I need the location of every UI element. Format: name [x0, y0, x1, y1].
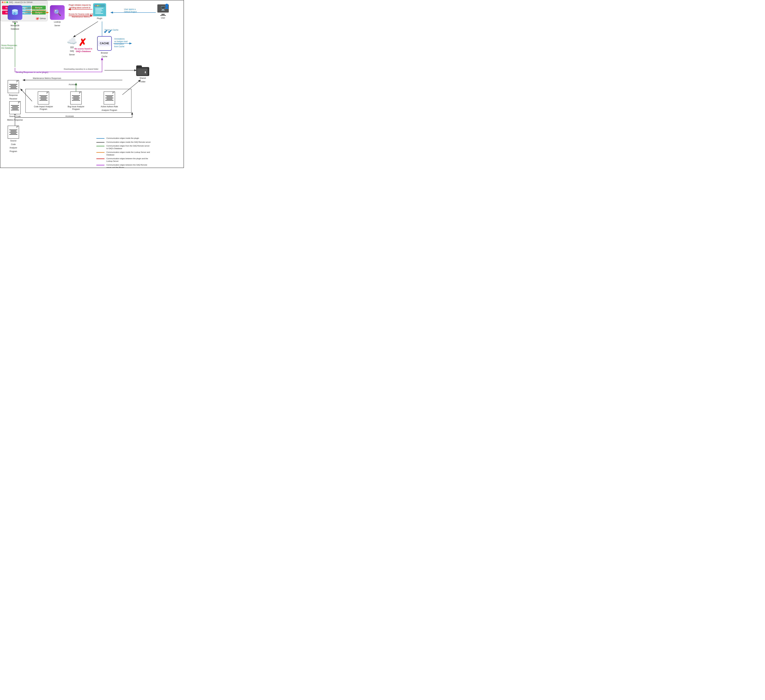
legend-line-blue [96, 138, 104, 139]
src-analyzer-component: Source Code Analyzer Program [3, 126, 23, 153]
svg-rect-12 [95, 8, 103, 8]
src-analyzer-label4: Program [9, 150, 17, 153]
legend-item-purple: Communication edges between the GitQ Rem… [96, 164, 179, 168]
sal3 [9, 132, 17, 132]
legend: Communication edges inside the plugin Co… [96, 137, 179, 168]
label-accesses1: Accesses [69, 84, 77, 86]
label-downloading: Downloading repository to a shared folde… [64, 68, 98, 70]
github-footer-text: GitHub [40, 17, 46, 20]
legend-item-orange: Communication edges inside the Lookup Se… [96, 151, 179, 156]
traffic-lights [2, 2, 8, 3]
folder-inner: ⬇ [137, 68, 148, 75]
legend-line-red [96, 159, 104, 159]
pl4 [11, 87, 16, 88]
legend-line-green [96, 146, 104, 146]
aal3 [105, 98, 113, 98]
bug-issue-icon [70, 91, 82, 104]
pl3 [9, 86, 17, 87]
src-analyzer-icon [8, 126, 19, 139]
github-ui-title: GitQ - visual Q's for GitHub [9, 1, 33, 3]
lookup-icon: 🔍 [50, 5, 65, 20]
legend-item-black: Communication edges inside the GitQ Remo… [96, 141, 179, 143]
browser-cache-label2: Cache [102, 55, 107, 58]
label-queries: Queries for metricscores for the commit … [25, 7, 46, 12]
browser-cache-component: CACHE Browser Cache [95, 36, 114, 58]
cloud-connectors [71, 46, 73, 48]
plugin-component: Plugin [91, 3, 108, 20]
lookup-server-component: 🔍 LookUp Server [47, 5, 67, 27]
aal5 [105, 100, 113, 101]
gitq-db-label: GitQ's [13, 21, 18, 24]
user-monitor-icon: 🖥️ 👤 [157, 5, 170, 16]
label-stores-responses: Stores Responsesinto Database [1, 44, 15, 49]
response-receiver-component: Response Receiver Program [3, 80, 23, 104]
label-maintenance: Maintenance Metrics Responses [33, 77, 61, 80]
bil5 [72, 100, 80, 101]
legend-text-purple: Communication edges between the GitQ Rem… [106, 164, 147, 168]
sml4 [12, 109, 18, 109]
sal1 [9, 129, 17, 130]
lookup-label2: Server [54, 24, 60, 27]
bil1 [72, 95, 80, 96]
browser-cache-label: Browser [101, 52, 108, 54]
shared-folder-label2: Folder [140, 80, 145, 83]
pl5 [9, 88, 17, 89]
legend-text-green: Communication edges from the GitQ Remote… [106, 145, 150, 150]
svg-point-11 [99, 5, 101, 6]
src-metrics-label2: Metrics Response [7, 119, 23, 121]
cil3 [39, 98, 47, 98]
response-receiver-label2: Receiver [9, 98, 17, 100]
gitq-mongodb-component: {} GitQ's MongoDB Database [5, 5, 25, 30]
legend-line-purple [96, 165, 104, 166]
x-mark: ✗ [77, 37, 88, 48]
svg-rect-13 [95, 9, 102, 10]
svg-rect-16 [95, 13, 103, 14]
legend-item-blue: Communication edges inside the plugin [96, 137, 179, 140]
x-symbol: ✗ [79, 38, 87, 47]
gitq-db-label3: Database [11, 28, 19, 30]
label-accesses2: Accesses [65, 115, 74, 118]
tl-red [2, 2, 3, 3]
no-scores-text: No scores found in GitQ's Database [74, 47, 92, 53]
response-receiver-label: Response [9, 94, 18, 97]
src-metrics-icon [9, 101, 20, 114]
code-impact-label: Code Impact Analyzer Program [32, 106, 55, 110]
pl2 [11, 85, 16, 86]
sml1 [11, 105, 19, 106]
bil4 [73, 99, 79, 99]
aal2 [107, 96, 112, 97]
legend-text-orange: Communication edges inside the Lookup Se… [106, 151, 150, 156]
svg-point-10 [97, 5, 98, 6]
active-authors-component: Active Authors Rate Analyzer Program [96, 91, 122, 112]
label-scores: Scores for Source-code andMaintenance Me… [69, 13, 93, 18]
legend-text-blue: Communication edges inside the plugin [106, 137, 139, 140]
label-plugin-request: Plugin initiates request bysending lates… [69, 4, 91, 9]
bil2 [73, 96, 79, 97]
shared-folder-component: ⬇ Shared Folder [134, 65, 152, 83]
cloud-icon: ☁️ [67, 36, 77, 46]
folder-down-arrow: ⬇ [144, 71, 146, 74]
folder-icon: ⬇ [136, 65, 149, 76]
db-svg-icon: {} [11, 8, 19, 17]
github-ui-header: GitQ - visual Q's for GitHub [0, 0, 47, 4]
cache-box: CACHE [97, 36, 112, 51]
magnify-icon: 🔍 [54, 9, 61, 16]
active-authors-icon [104, 91, 115, 104]
sml5 [11, 110, 19, 110]
src-analyzer-label2: Code [11, 143, 16, 146]
legend-item-red: Communication edges between the plugin a… [96, 158, 179, 162]
legend-line-orange [96, 152, 104, 153]
sal2 [11, 131, 16, 131]
sal4 [11, 133, 16, 134]
gitq-db-icon: {} [8, 5, 22, 20]
plugin-svg [94, 4, 105, 16]
label-sending-responses: Sending Responses to cache (plugin) [16, 71, 48, 74]
active-authors-label2: Analyzer Program [102, 109, 117, 112]
lookup-label: LookUp [54, 21, 61, 24]
cil5 [39, 100, 47, 101]
arrow-plugin-gitq [74, 22, 98, 37]
shared-folder-label: Shared [140, 77, 146, 80]
sml2 [12, 106, 18, 107]
diagram-container: {} GitQ's MongoDB Database 🔍 LookUp Serv… [0, 0, 184, 168]
folder-body: ⬇ [136, 67, 149, 76]
